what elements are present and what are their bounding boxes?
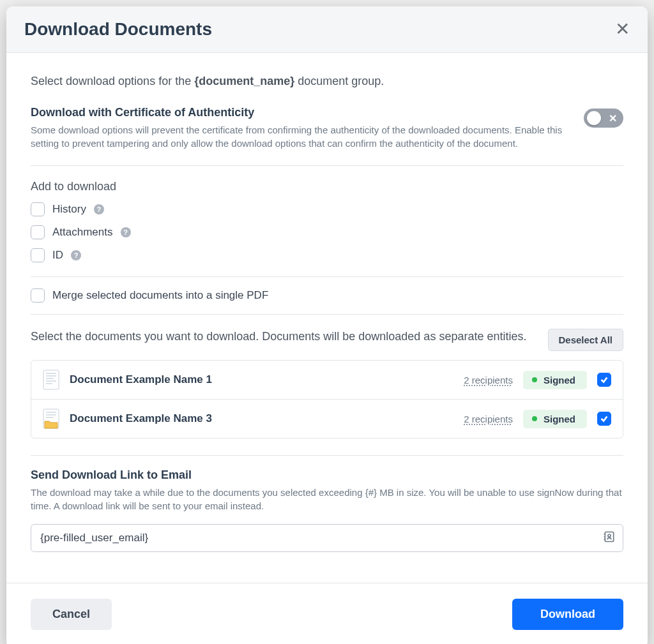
document-checkbox[interactable] xyxy=(597,412,611,426)
checkbox-row-id[interactable]: ID ? xyxy=(31,248,623,262)
svg-rect-7 xyxy=(46,412,56,413)
checkbox-label: Merge selected documents into a single P… xyxy=(52,289,268,302)
intro-document-name: {document_name} xyxy=(194,75,294,87)
document-name: Document Example Name 1 xyxy=(70,373,453,386)
certificate-section: Download with Certificate of Authenticit… xyxy=(31,106,623,166)
toggle-knob xyxy=(587,111,601,125)
checkbox-row-attachments[interactable]: Attachments ? xyxy=(31,225,623,239)
modal-footer: Cancel Download xyxy=(6,583,648,644)
checkbox-row-merge[interactable]: Merge selected documents into a single P… xyxy=(31,288,623,303)
modal-header: Download Documents ✕ xyxy=(6,6,648,53)
svg-rect-2 xyxy=(46,375,56,377)
document-name: Document Example Name 3 xyxy=(70,412,453,425)
svg-rect-3 xyxy=(46,378,54,379)
help-icon[interactable]: ? xyxy=(94,204,104,214)
history-checkbox[interactable] xyxy=(31,202,45,216)
email-input-wrap xyxy=(31,524,623,552)
merge-checkbox[interactable] xyxy=(31,288,45,303)
email-title: Send Download Link to Email xyxy=(31,468,623,482)
intro-text: Select download options for the {documen… xyxy=(31,75,623,88)
document-recipients[interactable]: 2 recipients xyxy=(464,414,513,424)
close-icon[interactable]: ✕ xyxy=(615,20,630,38)
docs-instruction: Select the documents you want to downloa… xyxy=(31,329,535,345)
email-input[interactable] xyxy=(31,524,623,552)
intro-suffix: document group. xyxy=(294,75,384,87)
certificate-title: Download with Certificate of Authenticit… xyxy=(31,106,565,119)
status-badge: Signed xyxy=(523,410,587,428)
checkbox-row-history[interactable]: History ? xyxy=(31,202,623,216)
document-folder-icon xyxy=(43,408,59,429)
svg-rect-4 xyxy=(46,380,56,382)
svg-rect-9 xyxy=(46,417,54,418)
document-page-icon xyxy=(43,370,59,390)
merge-section: Merge selected documents into a single P… xyxy=(31,276,623,315)
svg-rect-5 xyxy=(46,383,52,384)
add-to-download-list: History ? Attachments ? ID ? xyxy=(31,202,623,262)
deselect-all-button[interactable]: Deselect All xyxy=(548,329,624,351)
status-badge: Signed xyxy=(523,371,587,389)
document-row[interactable]: Document Example Name 3 2 recipients Sig… xyxy=(31,399,623,438)
svg-rect-8 xyxy=(46,414,56,416)
checkbox-label: Attachments xyxy=(52,226,113,239)
download-button[interactable]: Download xyxy=(512,599,623,630)
email-section: Send Download Link to Email The download… xyxy=(31,455,623,552)
checkbox-label: History xyxy=(52,203,86,216)
docs-header: Select the documents you want to downloa… xyxy=(31,329,623,351)
document-checkbox[interactable] xyxy=(597,373,611,387)
svg-point-11 xyxy=(608,534,611,537)
cancel-button[interactable]: Cancel xyxy=(31,599,112,630)
attachments-checkbox[interactable] xyxy=(31,225,45,239)
modal-body: Select download options for the {documen… xyxy=(6,53,648,558)
checkbox-label: ID xyxy=(52,249,63,262)
email-description: The download may take a while due to the… xyxy=(31,486,623,513)
svg-rect-1 xyxy=(46,373,56,374)
document-row[interactable]: Document Example Name 1 2 recipients Sig… xyxy=(31,361,623,399)
certificate-toggle[interactable]: ✕ xyxy=(584,109,623,128)
add-to-download-label: Add to download xyxy=(31,180,623,193)
id-checkbox[interactable] xyxy=(31,248,45,262)
documents-list: Document Example Name 1 2 recipients Sig… xyxy=(31,360,623,438)
modal-title: Download Documents xyxy=(24,19,212,40)
certificate-description: Some download options will prevent the c… xyxy=(31,123,565,150)
close-icon: ✕ xyxy=(609,112,617,124)
intro-prefix: Select download options for the xyxy=(31,75,194,87)
help-icon[interactable]: ? xyxy=(121,227,131,237)
help-icon[interactable]: ? xyxy=(71,250,81,260)
download-documents-modal: Download Documents ✕ Select download opt… xyxy=(6,6,648,644)
document-recipients[interactable]: 2 recipients xyxy=(464,375,513,386)
contacts-icon[interactable] xyxy=(603,530,616,546)
